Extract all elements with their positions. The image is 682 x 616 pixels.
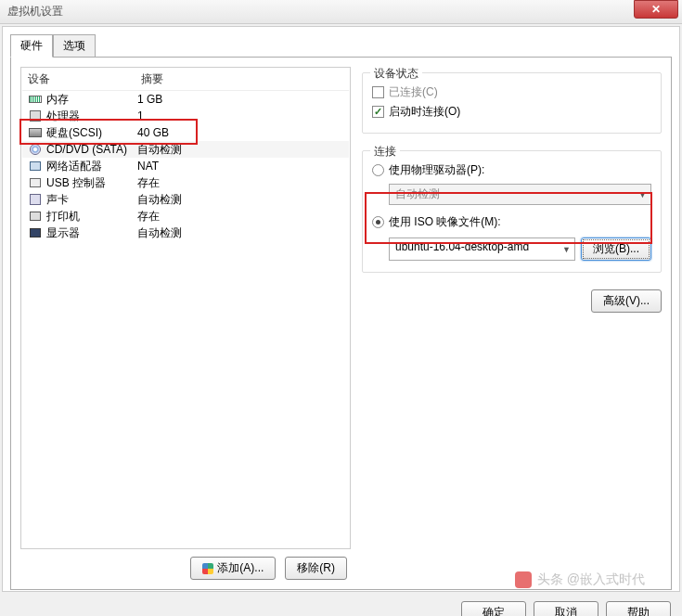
device-summary: 1 [137, 109, 343, 122]
row-network[interactable]: 网络适配器 NAT [22, 158, 349, 174]
list-header: 设备 摘要 [22, 69, 349, 91]
connect-on-power-checkbox[interactable] [372, 106, 384, 118]
iso-radio[interactable] [372, 216, 384, 228]
connect-on-power-label: 启动时连接(O) [389, 104, 460, 120]
iso-path-row: ubuntu-16.04-desktop-amd▼ 浏览(B)... [389, 237, 651, 261]
snd-icon [28, 193, 43, 206]
device-summary: 40 GB [137, 126, 343, 139]
device-summary: 存在 [137, 209, 343, 225]
connected-label: 已连接(C) [389, 84, 438, 100]
advanced-row: 高级(V)... [362, 289, 662, 313]
cancel-button[interactable]: 取消 [534, 601, 598, 616]
shield-icon [202, 563, 213, 574]
device-summary: 存在 [137, 175, 343, 191]
advanced-button[interactable]: 高级(V)... [591, 289, 662, 313]
tab-hardware[interactable]: 硬件 [10, 34, 53, 58]
watermark-text: 头条 @嵌入式时代 [537, 571, 645, 588]
device-summary: NAT [137, 160, 343, 173]
mem-icon [28, 93, 43, 106]
row-printer[interactable]: 打印机 存在 [22, 208, 349, 225]
prn-icon [28, 210, 43, 223]
physical-drive-row[interactable]: 使用物理驱动器(P): [372, 160, 651, 180]
physical-radio[interactable] [372, 164, 384, 176]
tab-content: 设备 摘要 内存 1 GB 处理器 1 硬盘(SCSI) 40 GB CD/DV… [10, 57, 672, 590]
dialog-footer: 确定 取消 帮助 [0, 594, 682, 616]
connected-row[interactable]: 已连接(C) [372, 83, 651, 102]
close-button[interactable]: ✕ [634, 0, 678, 19]
titlebar: 虚拟机设置 ✕ [0, 0, 682, 24]
browse-button[interactable]: 浏览(B)... [581, 237, 651, 261]
physical-value: 自动检测 [395, 187, 440, 200]
iso-combo[interactable]: ubuntu-16.04-desktop-amd▼ [389, 237, 575, 261]
row-usb[interactable]: USB 控制器 存在 [22, 174, 349, 191]
ok-button[interactable]: 确定 [461, 601, 526, 616]
chevron-down-icon[interactable]: ▼ [562, 245, 571, 254]
physical-drive-combo: 自动检测▼ [389, 184, 651, 205]
iso-label: 使用 ISO 映像文件(M): [389, 214, 501, 230]
device-label: 处理器 [46, 109, 80, 124]
header-summary: 摘要 [141, 71, 343, 87]
device-label: 打印机 [46, 209, 80, 225]
help-button[interactable]: 帮助 [606, 601, 671, 616]
usb-icon [28, 176, 43, 189]
disp-icon [28, 226, 43, 239]
iso-value: ubuntu-16.04-desktop-amd [395, 240, 529, 253]
row-display[interactable]: 显示器 自动检测 [22, 225, 349, 241]
remove-button[interactable]: 移除(R) [285, 557, 347, 580]
hardware-buttons: 添加(A)... 移除(R) [20, 549, 351, 580]
status-group-title: 设备状态 [370, 66, 422, 82]
connection-group-title: 连接 [370, 144, 400, 160]
row-sound[interactable]: 声卡 自动检测 [22, 191, 349, 208]
hardware-list: 设备 摘要 内存 1 GB 处理器 1 硬盘(SCSI) 40 GB CD/DV… [20, 67, 351, 549]
chevron-down-icon: ▼ [638, 190, 647, 199]
hdd-icon [28, 126, 43, 139]
device-summary: 1 GB [137, 93, 343, 106]
window-title: 虚拟机设置 [4, 4, 63, 19]
device-label: 声卡 [46, 192, 69, 208]
device-label: CD/DVD (SATA) [46, 143, 127, 156]
device-label: 硬盘(SCSI) [46, 125, 102, 141]
net-icon [28, 160, 43, 173]
device-label: USB 控制器 [46, 175, 106, 191]
status-group: 设备状态 已连接(C) 启动时连接(O) [362, 72, 662, 134]
cd-icon [28, 143, 43, 156]
tabstrip: 硬件 选项 [10, 34, 672, 58]
row-cpu[interactable]: 处理器 1 [22, 108, 349, 124]
dialog-body: 硬件 选项 设备 摘要 内存 1 GB 处理器 1 硬盘(SCSI) [2, 26, 680, 592]
watermark-icon [515, 571, 532, 588]
connection-group: 连接 使用物理驱动器(P): 自动检测▼ 使用 ISO 映像文件(M): ubu… [362, 150, 662, 273]
header-device: 设备 [28, 71, 141, 87]
device-label: 显示器 [46, 225, 80, 241]
add-label: 添加(A)... [217, 560, 264, 576]
watermark: 头条 @嵌入式时代 [515, 571, 645, 588]
device-label: 网络适配器 [46, 159, 102, 174]
device-summary: 自动检测 [137, 225, 343, 241]
cpu-icon [28, 109, 43, 122]
settings-panel: 设备状态 已连接(C) 启动时连接(O) 连接 使用物理驱动器(P): 自动检测… [362, 67, 662, 580]
device-summary: 自动检测 [137, 142, 343, 158]
connect-on-power-row[interactable]: 启动时连接(O) [372, 102, 651, 122]
row-cddvd[interactable]: CD/DVD (SATA) 自动检测 [22, 141, 349, 158]
row-hdd[interactable]: 硬盘(SCSI) 40 GB [22, 124, 349, 141]
device-label: 内存 [46, 92, 69, 108]
tab-options[interactable]: 选项 [53, 34, 96, 58]
device-summary: 自动检测 [137, 192, 343, 208]
hardware-panel: 设备 摘要 内存 1 GB 处理器 1 硬盘(SCSI) 40 GB CD/DV… [20, 67, 351, 580]
iso-row[interactable]: 使用 ISO 映像文件(M): [372, 212, 651, 232]
row-memory[interactable]: 内存 1 GB [22, 91, 349, 108]
physical-label: 使用物理驱动器(P): [389, 162, 484, 178]
add-button[interactable]: 添加(A)... [190, 557, 276, 580]
connected-checkbox[interactable] [372, 86, 384, 98]
